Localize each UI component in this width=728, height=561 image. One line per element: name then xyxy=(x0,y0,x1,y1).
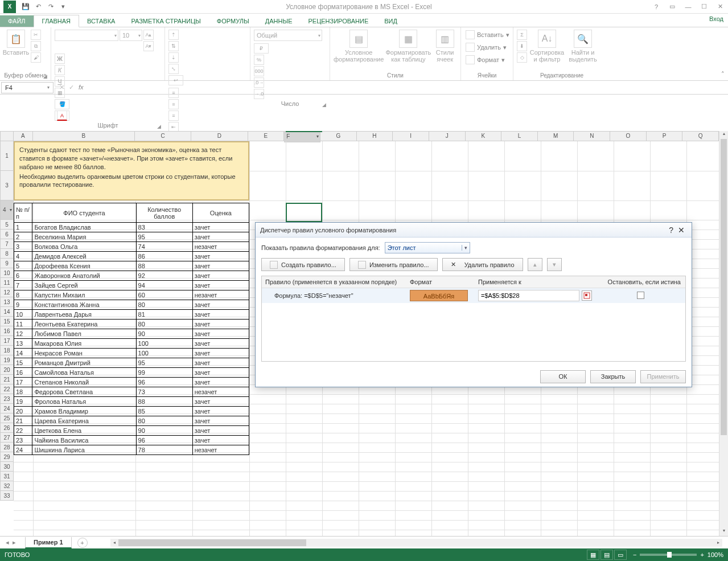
cell-num[interactable]: 4 xyxy=(14,252,32,261)
cell-count[interactable]: 74 xyxy=(136,242,192,252)
cut-icon[interactable]: ✂ xyxy=(31,30,41,40)
clear-icon[interactable]: ◇ xyxy=(517,52,527,63)
table-row[interactable]: 3Волкова Ольга74незачет xyxy=(14,242,249,252)
cell-grade[interactable]: зачет xyxy=(192,271,249,281)
cell-num[interactable]: 14 xyxy=(14,349,32,358)
scroll-up-icon[interactable]: ▴ xyxy=(719,131,728,139)
cell-fio[interactable]: Чайкина Василиса xyxy=(32,436,136,445)
row-header[interactable]: 20 xyxy=(0,365,14,375)
cell-fio[interactable]: Капустин Михаил xyxy=(32,290,136,300)
zoom-out-icon[interactable]: − xyxy=(633,551,636,558)
format-as-table-button[interactable]: ▦Форматировать как таблицу xyxy=(386,30,430,63)
tab-view[interactable]: ВИД xyxy=(376,15,405,27)
name-box[interactable]: F4 xyxy=(1,82,54,93)
cond-format-button[interactable]: ▤Условное форматирование xyxy=(334,30,384,63)
cell-grade[interactable]: зачет xyxy=(192,426,249,436)
cell-fio[interactable]: Романцов Дмитрий xyxy=(32,358,136,368)
cell-fio[interactable]: Самойлова Наталья xyxy=(32,368,136,378)
cell-grade[interactable]: зачет xyxy=(192,378,249,387)
cell-fio[interactable]: Леонтьева Екатерина xyxy=(32,320,136,329)
cell-num[interactable]: 10 xyxy=(14,310,32,320)
cell-fio[interactable]: Дорофеева Ксения xyxy=(32,261,136,271)
cell-count[interactable]: 86 xyxy=(136,252,192,261)
cell-count[interactable]: 60 xyxy=(136,290,192,300)
login-link[interactable]: Вход xyxy=(709,15,723,22)
column-header[interactable]: F xyxy=(284,131,320,142)
font-size-select[interactable]: 10 xyxy=(120,30,142,41)
cell-fio[interactable]: Федорова Светлана xyxy=(32,387,136,397)
cell-fio[interactable]: Жаворонков Анатолий xyxy=(32,271,136,281)
column-header[interactable]: B xyxy=(33,131,135,141)
row-header[interactable]: 17 xyxy=(0,336,14,346)
table-row[interactable]: 2Веселкина Мария95зачет xyxy=(14,232,249,242)
tab-layout[interactable]: РАЗМЕТКА СТРАНИЦЫ xyxy=(123,15,208,27)
ok-button[interactable]: ОК xyxy=(540,370,586,383)
hscroll-left-icon[interactable]: ◂ xyxy=(110,539,118,547)
tab-formulas[interactable]: ФОРМУЛЫ xyxy=(209,15,257,27)
cell-num[interactable]: 23 xyxy=(14,436,32,445)
align-top-icon[interactable]: ⇡ xyxy=(168,30,179,40)
cell-grade[interactable]: зачет xyxy=(192,407,249,416)
row-header[interactable]: 28 xyxy=(0,443,14,452)
cell-fio[interactable]: Лаврентьева Дарья xyxy=(32,310,136,320)
cell-fio[interactable]: Любимов Павел xyxy=(32,329,136,339)
cell-fio[interactable]: Веселкина Мария xyxy=(32,232,136,242)
cell-count[interactable]: 78 xyxy=(136,445,192,455)
cell-num[interactable]: 1 xyxy=(14,223,32,232)
cell-grade[interactable]: зачет xyxy=(192,358,249,368)
dialog-close-icon[interactable]: ✕ xyxy=(676,226,687,235)
insert-cells-button[interactable]: Вставить ▾ xyxy=(464,30,511,40)
sort-filter-button[interactable]: A↓Сортировка и фильтр xyxy=(529,30,565,63)
cell-num[interactable]: 2 xyxy=(14,232,32,242)
tab-data[interactable]: ДАННЫЕ xyxy=(257,15,301,27)
cell-grade[interactable]: зачет xyxy=(192,329,249,339)
cell-num[interactable]: 6 xyxy=(14,271,32,281)
cell-fio[interactable]: Царева Екатерина xyxy=(32,416,136,426)
row-header[interactable]: 9 xyxy=(0,259,14,268)
paste-button[interactable]: 📋 Вставить xyxy=(3,30,28,56)
table-row[interactable]: 23Чайкина Василиса96зачет xyxy=(14,436,249,445)
row-header[interactable]: 11 xyxy=(0,278,14,288)
sheet-tab-active[interactable]: Пример 1 xyxy=(25,537,72,548)
rule-row[interactable]: Формула: =$D$5="незачет" АаBbБбЯя xyxy=(262,288,685,303)
close-icon[interactable]: ✕ xyxy=(712,1,728,13)
row-header[interactable]: 4 xyxy=(0,200,14,220)
cell-count[interactable]: 80 xyxy=(136,300,192,310)
row-header[interactable]: 27 xyxy=(0,433,14,443)
column-header[interactable]: I xyxy=(393,131,429,141)
row-header[interactable]: 21 xyxy=(0,375,14,384)
row-header[interactable]: 18 xyxy=(0,346,14,355)
qa-undo-icon[interactable]: ↶ xyxy=(32,1,44,13)
cell-fio[interactable]: Некрасов Роман xyxy=(32,349,136,358)
row-header[interactable]: 16 xyxy=(0,326,14,336)
tab-insert[interactable]: ВСТАВКА xyxy=(79,15,123,27)
row-header[interactable]: 23 xyxy=(0,394,14,404)
cell-count[interactable]: 88 xyxy=(136,397,192,407)
dialog-help-icon[interactable]: ? xyxy=(667,226,676,235)
table-row[interactable]: 19Фролова Наталья88зачет xyxy=(14,397,249,407)
align-bot-icon[interactable]: ⇣ xyxy=(168,52,179,63)
cell-num[interactable]: 21 xyxy=(14,416,32,426)
cell-num[interactable]: 13 xyxy=(14,339,32,349)
column-header[interactable]: N xyxy=(574,131,610,141)
cell-grade[interactable]: незачет xyxy=(192,445,249,455)
add-sheet-button[interactable]: + xyxy=(77,538,88,548)
cell-num[interactable]: 17 xyxy=(14,378,32,387)
column-header[interactable]: P xyxy=(647,131,683,141)
row-header[interactable]: 6 xyxy=(0,230,14,239)
table-row[interactable]: 11Леонтьева Екатерина80зачет xyxy=(14,320,249,329)
row-header[interactable]: 24 xyxy=(0,404,14,413)
row-header[interactable]: 13 xyxy=(0,297,14,307)
minimize-icon[interactable]: — xyxy=(680,1,696,13)
cell-grade[interactable]: зачет xyxy=(192,300,249,310)
row-header[interactable]: 12 xyxy=(0,288,14,297)
clipboard-dialog-icon[interactable]: ◢ xyxy=(43,73,47,79)
cell-num[interactable]: 3 xyxy=(14,242,32,252)
column-header[interactable]: A xyxy=(14,131,33,141)
find-select-button[interactable]: 🔍Найти и выделить xyxy=(567,30,599,63)
cell-num[interactable]: 15 xyxy=(14,358,32,368)
column-header[interactable]: L xyxy=(501,131,538,141)
row-header[interactable]: 25 xyxy=(0,413,14,423)
view-normal-icon[interactable]: ▦ xyxy=(587,550,599,560)
cell-count[interactable]: 95 xyxy=(136,358,192,368)
